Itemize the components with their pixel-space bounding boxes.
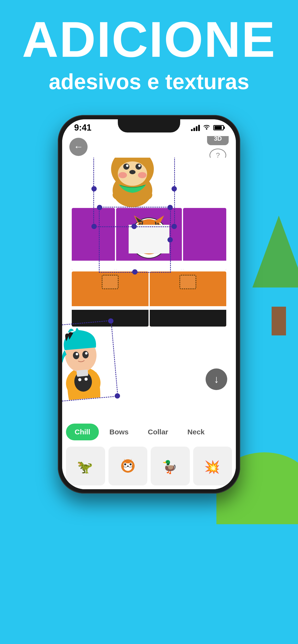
- phone-screen: 9:41: [62, 119, 236, 489]
- tree-trunk: [272, 307, 286, 336]
- tab-bows[interactable]: Bows: [101, 424, 137, 440]
- battery-icon: [213, 125, 224, 130]
- status-bar: 9:41: [62, 119, 236, 136]
- anime-sticker-selection[interactable]: [62, 320, 118, 402]
- shirt-handle-bm[interactable]: [132, 269, 137, 274]
- pants-pocket-left: [102, 275, 118, 289]
- download-icon: ↓: [214, 373, 219, 385]
- bottom-tabs: Chill Bows Collar Neck: [62, 419, 236, 443]
- status-time: 9:41: [74, 123, 91, 133]
- anime-girl-svg: [62, 321, 117, 402]
- explosion-icon: 💥: [204, 458, 221, 474]
- download-button[interactable]: ↓: [206, 368, 227, 390]
- screen-inner: 9:41: [62, 119, 236, 489]
- header-title: ADICIONE: [0, 14, 298, 65]
- battery-fill: [215, 126, 222, 130]
- phone-wrapper: 9:41: [58, 115, 240, 498]
- signal-bar-3: [196, 126, 198, 131]
- svg-point-9: [135, 164, 141, 170]
- canvas-area: ↓: [62, 158, 236, 419]
- wifi-icon: [203, 124, 210, 132]
- right-sleeve-white: [183, 261, 226, 270]
- tab-neck[interactable]: Neck: [179, 424, 213, 440]
- status-notch: [118, 119, 180, 132]
- sticker-explosion[interactable]: 💥: [193, 446, 232, 486]
- svg-point-49: [124, 463, 126, 465]
- svg-point-51: [129, 463, 132, 465]
- sticker-grid: 🦖: [62, 443, 236, 490]
- handle-mid-right[interactable]: [172, 186, 177, 192]
- svg-point-16: [140, 190, 152, 200]
- svg-point-15: [112, 190, 125, 200]
- handle-bottom-left[interactable]: [91, 224, 97, 229]
- dog-sticker-svg: [101, 158, 164, 209]
- svg-text:💥: 💥: [204, 460, 220, 474]
- pants-right: [150, 272, 226, 326]
- signal-bar-2: [193, 128, 195, 131]
- svg-rect-44: [77, 370, 88, 376]
- pants-pocket-right: [180, 275, 196, 289]
- signal-bars: [191, 124, 200, 131]
- svg-text:🦖: 🦖: [77, 460, 93, 474]
- shirt-right-sleeve: [183, 208, 226, 270]
- svg-text:🦆: 🦆: [162, 460, 178, 474]
- tab-collar[interactable]: Collar: [139, 424, 177, 440]
- tiger-face-icon: [119, 458, 136, 474]
- svg-point-12: [129, 170, 135, 174]
- sticker-tiger[interactable]: [108, 446, 147, 486]
- tree-top: [252, 216, 298, 288]
- handle-bottom-right[interactable]: [172, 224, 177, 229]
- phone-outer: 9:41: [58, 115, 240, 494]
- pants-bottom-right: [150, 310, 226, 326]
- tab-chill[interactable]: Chill: [66, 424, 99, 440]
- svg-point-10: [126, 164, 128, 167]
- header-subtitle: adesivos e texturas: [0, 70, 298, 94]
- pants-row: [72, 272, 226, 326]
- anime-handle-br[interactable]: [114, 393, 120, 399]
- toolbar: ← 3D ?: [62, 136, 236, 158]
- svg-point-0: [206, 128, 207, 130]
- status-icons: [191, 124, 224, 132]
- header-section: ADICIONE adesivos e texturas: [0, 14, 298, 94]
- svg-point-11: [138, 164, 140, 167]
- handle-bottom-mid[interactable]: [131, 224, 137, 229]
- tree-decoration: [252, 216, 298, 336]
- svg-point-14: [138, 172, 146, 178]
- shirt-handle-mr[interactable]: [168, 237, 173, 242]
- back-button[interactable]: ←: [69, 138, 88, 156]
- dinosaur-icon: 🦖: [77, 458, 94, 474]
- sticker-duck[interactable]: 🦆: [151, 446, 190, 486]
- svg-point-8: [123, 164, 129, 170]
- dog-sticker-selection[interactable]: [93, 158, 175, 227]
- signal-bar-4: [198, 125, 200, 131]
- duck-icon: 🦆: [162, 458, 179, 474]
- back-arrow-icon: ←: [74, 141, 83, 152]
- svg-point-13: [118, 172, 127, 178]
- handle-mid-left[interactable]: [91, 186, 97, 192]
- signal-bar-1: [191, 129, 193, 131]
- sticker-dinosaur[interactable]: 🦖: [66, 446, 105, 486]
